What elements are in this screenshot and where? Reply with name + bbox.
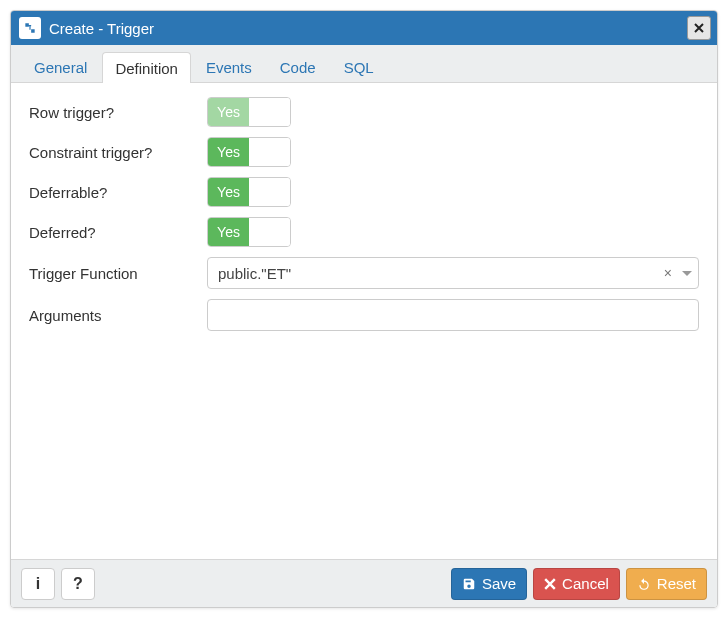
toggle-no [249,98,290,126]
save-label: Save [482,575,516,592]
constraint-trigger-label: Constraint trigger? [29,144,207,161]
close-icon [694,23,704,33]
tab-sql[interactable]: SQL [331,51,387,82]
tab-code[interactable]: Code [267,51,329,82]
toggle-yes: Yes [208,218,249,246]
arguments-input[interactable] [207,299,699,331]
deferrable-label: Deferrable? [29,184,207,201]
toggle-yes: Yes [208,138,249,166]
row-trigger-toggle[interactable]: Yes [207,97,291,127]
dialog-title: Create - Trigger [49,20,687,37]
toggle-yes: Yes [208,98,249,126]
create-trigger-dialog: Create - Trigger General Definition Even… [10,10,718,608]
trigger-function-label: Trigger Function [29,265,207,282]
save-button[interactable]: Save [451,568,527,600]
deferred-label: Deferred? [29,224,207,241]
toggle-no [249,178,290,206]
save-icon [462,577,476,591]
help-icon: ? [73,575,83,593]
close-button[interactable] [687,16,711,40]
info-button[interactable]: i [21,568,55,600]
reset-label: Reset [657,575,696,592]
help-button[interactable]: ? [61,568,95,600]
tab-definition[interactable]: Definition [102,52,191,83]
deferred-toggle[interactable]: Yes [207,217,291,247]
deferrable-toggle[interactable]: Yes [207,177,291,207]
trigger-function-select[interactable]: public."ET" × [207,257,699,289]
clear-icon[interactable]: × [658,265,678,281]
cancel-button[interactable]: Cancel [533,568,620,600]
reset-icon [637,577,651,591]
tab-general[interactable]: General [21,51,100,82]
chevron-down-icon [682,271,692,276]
trigger-icon [19,17,41,39]
cancel-label: Cancel [562,575,609,592]
toggle-yes: Yes [208,178,249,206]
trigger-function-value: public."ET" [218,265,658,282]
constraint-trigger-toggle[interactable]: Yes [207,137,291,167]
tab-bar: General Definition Events Code SQL [11,45,717,83]
reset-button[interactable]: Reset [626,568,707,600]
row-trigger-label: Row trigger? [29,104,207,121]
info-icon: i [36,575,40,593]
titlebar: Create - Trigger [11,11,717,45]
arguments-label: Arguments [29,307,207,324]
cancel-icon [544,578,556,590]
tab-events[interactable]: Events [193,51,265,82]
toggle-no [249,138,290,166]
toggle-no [249,218,290,246]
dialog-footer: i ? Save Cancel Reset [11,559,717,607]
definition-panel: Row trigger? Yes Constraint trigger? Yes… [11,83,717,559]
